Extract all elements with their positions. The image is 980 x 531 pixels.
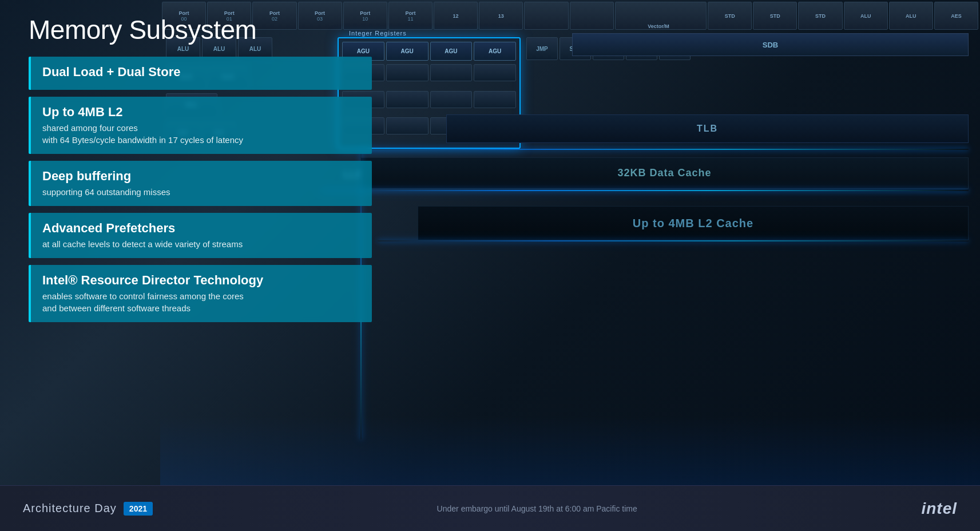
- glow-line-1: [360, 149, 969, 150]
- feature-desc-rdt: enables software to control fairness amo…: [42, 290, 360, 314]
- glow-line-2: [320, 190, 969, 191]
- feature-card-prefetchers: Advanced Prefetchers at all cache levels…: [29, 213, 372, 258]
- embargo-text: Under embargo until August 19th at 6:00 …: [153, 504, 921, 513]
- feature-desc-l2: shared among four coreswith 64 Bytes/cyc…: [42, 122, 360, 146]
- port-std3: STD: [798, 2, 842, 30]
- content-panel: Memory Subsystem Dual Load + Dual Store …: [0, 0, 400, 485]
- footer: Architecture Day 2021 Under embargo unti…: [0, 485, 980, 531]
- feature-title-buffering: Deep buffering: [42, 169, 360, 184]
- feature-title-prefetchers: Advanced Prefetchers: [42, 221, 360, 236]
- feature-title-dual-load: Dual Load + Dual Store: [42, 65, 360, 80]
- event-name: Architecture Day: [23, 502, 117, 515]
- feature-title-rdt: Intel® Resource Director Technology: [42, 273, 360, 288]
- port-extra2: [570, 2, 614, 30]
- l2cache-bar: Up to 4MB L2 Cache: [418, 206, 969, 240]
- agu-g3: [430, 64, 473, 81]
- agu-g8: [474, 91, 516, 108]
- dcache-bar: 32KB Data Cache: [360, 157, 969, 189]
- page-title: Memory Subsystem: [29, 14, 372, 45]
- port-std1: STD: [708, 2, 752, 30]
- feature-desc-buffering: supporting 64 outstanding misses: [42, 186, 360, 198]
- glow-line-3: [378, 240, 969, 241]
- agu-g7: [430, 91, 473, 108]
- port-13: 13: [479, 2, 523, 30]
- port-alu1: ALU: [844, 2, 888, 30]
- intel-logo: intel: [921, 500, 957, 518]
- agu-g4: [474, 64, 516, 81]
- feature-card-buffering: Deep buffering supporting 64 outstanding…: [29, 161, 372, 206]
- year-badge: 2021: [124, 502, 153, 516]
- feature-card-l2: Up to 4MB L2 shared among four coreswith…: [29, 97, 372, 154]
- agu-cell-3: AGU: [430, 42, 473, 61]
- port-extra3: Vector/M: [615, 2, 707, 30]
- sdb-label: SDB: [763, 41, 778, 49]
- dcache-label: 32KB Data Cache: [617, 167, 711, 179]
- port-extra1: [524, 2, 568, 30]
- agu-cell-4: AGU: [474, 42, 516, 61]
- tlb-label: TLB: [697, 124, 718, 134]
- feature-title-l2: Up to 4MB L2: [42, 105, 360, 120]
- l2cache-label: Up to 4MB L2 Cache: [633, 217, 753, 230]
- feature-desc-prefetchers: at all cache levels to detect a wide var…: [42, 238, 360, 250]
- feature-card-dual-load: Dual Load + Dual Store: [29, 57, 372, 90]
- jmp-block: JMP: [526, 37, 558, 60]
- port-aes: AES: [934, 2, 978, 30]
- feature-card-rdt: Intel® Resource Director Technology enab…: [29, 265, 372, 322]
- port-12: 12: [434, 2, 478, 30]
- port-alu2: ALU: [889, 2, 933, 30]
- tlb-bar: TLB: [446, 114, 969, 143]
- sdb-bar: SDB: [572, 33, 969, 56]
- port-std2: STD: [753, 2, 797, 30]
